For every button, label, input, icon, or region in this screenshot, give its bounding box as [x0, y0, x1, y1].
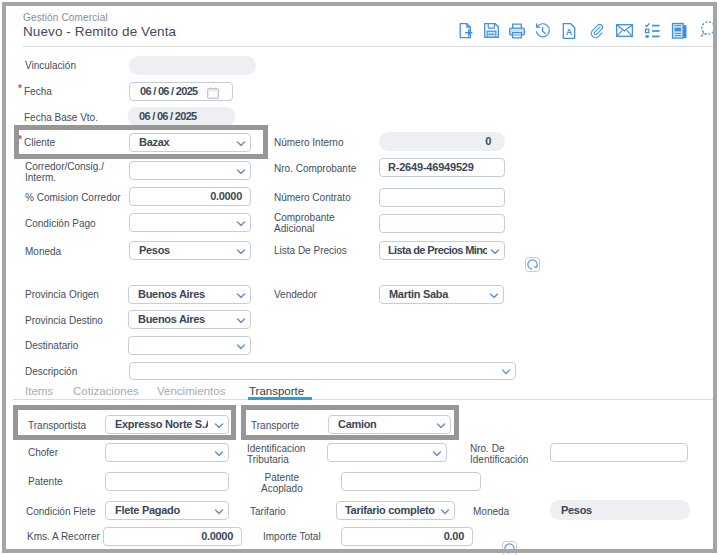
- svg-text:A: A: [566, 27, 572, 37]
